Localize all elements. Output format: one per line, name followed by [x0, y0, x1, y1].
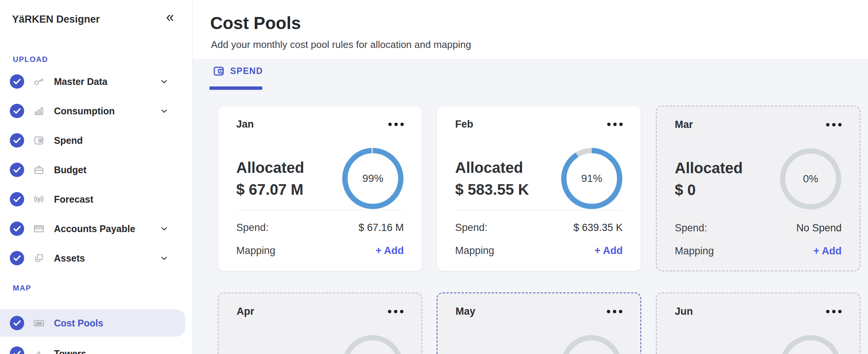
allocation-percent	[342, 335, 403, 354]
allocation-ring	[342, 335, 403, 354]
credit-card-icon	[33, 223, 45, 234]
spend-value: $ 639.35 K	[573, 222, 623, 234]
sidebar-item-assets[interactable]: Assets	[0, 243, 192, 273]
allocation-ring: 0%	[780, 148, 842, 210]
broadcast-icon	[33, 194, 45, 205]
sidebar-item-master-data[interactable]: Master Data	[0, 67, 192, 96]
spend-label: Spend:	[675, 222, 707, 234]
allocation-ring: 91%	[561, 148, 623, 209]
sidebar-item-spend[interactable]: Spend	[0, 126, 192, 155]
spend-label: Spend:	[236, 222, 269, 234]
app-title: YäRKEN Designer	[12, 14, 100, 25]
allocated-label: Allocated	[675, 160, 743, 176]
app-window: YäRKEN Designer « UPLOAD Master Data Con…	[0, 0, 868, 354]
page-title: Cost Pools	[210, 13, 301, 33]
allocation-percent	[560, 335, 622, 354]
cost-pool-card-jan: Jan Allocated $ 67.07 M 99% Spend:$ 67.1…	[218, 106, 422, 271]
allocated-amount: $ 583.55 K	[455, 181, 529, 198]
allocated-label: Allocated	[455, 159, 529, 176]
allocation-percent: 99%	[342, 148, 404, 209]
spend-value: No Spend	[796, 222, 842, 234]
card-month: Feb	[455, 119, 473, 130]
check-badge-icon	[10, 192, 24, 206]
tab-spend-label: SPEND	[230, 66, 263, 76]
chevron-down-icon[interactable]	[160, 254, 169, 263]
check-badge-icon	[10, 251, 24, 265]
bar-chart-icon	[33, 105, 45, 117]
cost-pool-card-may[interactable]: May Allocated	[437, 292, 641, 354]
card-menu-button[interactable]	[388, 123, 404, 126]
card-divider	[675, 210, 842, 211]
mapping-label: Mapping	[236, 245, 275, 257]
allocated-amount: $ 67.07 M	[236, 181, 304, 198]
towers-icon	[33, 348, 45, 354]
check-badge-icon	[10, 346, 24, 354]
sidebar-item-forecast[interactable]: Forecast	[0, 185, 192, 214]
spend-label: Spend:	[455, 222, 488, 234]
card-divider	[455, 210, 623, 210]
add-mapping-button[interactable]: + Add	[376, 245, 404, 257]
allocation-percent: 91%	[561, 148, 623, 209]
card-divider	[236, 210, 404, 210]
check-badge-icon	[10, 316, 24, 330]
chevron-down-icon[interactable]	[160, 77, 169, 86]
check-badge-icon	[10, 222, 24, 236]
sidebar-header: YäRKEN Designer «	[0, 0, 192, 42]
upload-items: Master Data Consumption Spend Budget	[0, 67, 192, 273]
check-badge-icon	[10, 133, 24, 148]
card-month: Apr	[237, 306, 254, 317]
section-label-upload: UPLOAD	[13, 55, 48, 64]
wallet-icon	[33, 135, 45, 146]
cost-pool-grid: Jan Allocated $ 67.07 M 99% Spend:$ 67.1…	[192, 91, 868, 354]
layers-icon	[33, 252, 45, 264]
key-icon	[33, 76, 45, 87]
card-menu-button[interactable]	[607, 310, 622, 313]
briefcase-icon	[33, 164, 45, 175]
cost-pool-card-mar[interactable]: Mar Allocated $ 0 0% Spend:No Spend Mapp…	[656, 106, 860, 271]
card-menu-button[interactable]	[826, 123, 842, 126]
tab-spend[interactable]: SPEND	[212, 65, 263, 77]
card-month: Jan	[236, 119, 254, 130]
check-badge-icon	[10, 163, 24, 177]
check-badge-icon	[10, 104, 24, 118]
sidebar: YäRKEN Designer « UPLOAD Master Data Con…	[0, 0, 192, 354]
card-month: May	[456, 306, 476, 317]
check-badge-icon	[10, 74, 24, 89]
tab-strip: SPEND	[192, 60, 868, 91]
sidebar-item-budget[interactable]: Budget	[0, 155, 192, 185]
cost-pool-card-apr[interactable]: Apr Allocated	[218, 292, 422, 354]
allocation-ring	[560, 335, 622, 354]
sidebar-item-consumption[interactable]: Consumption	[0, 96, 192, 126]
add-mapping-button[interactable]: + Add	[594, 245, 623, 257]
sidebar-item-cost-pools[interactable]: Cost Pools	[0, 309, 185, 337]
section-label-map: MAP	[13, 284, 31, 292]
allocation-percent	[780, 335, 842, 354]
add-mapping-button[interactable]: + Add	[813, 245, 842, 257]
sidebar-item-accounts-payable[interactable]: Accounts Payable	[0, 214, 192, 243]
map-items: Cost Pools Towers	[0, 309, 192, 354]
active-tab-indicator	[209, 86, 262, 90]
mapping-label: Mapping	[675, 245, 714, 257]
allocation-ring	[780, 335, 842, 354]
card-month: Jun	[675, 306, 693, 317]
banknote-icon	[33, 317, 45, 329]
card-menu-button[interactable]	[388, 310, 403, 313]
allocated-amount: $ 0	[675, 182, 743, 198]
cost-pool-card-jun[interactable]: Jun Allocated	[656, 292, 860, 354]
page-subtitle: Add your monthly cost pool rules for all…	[211, 39, 471, 51]
mapping-label: Mapping	[455, 245, 494, 257]
card-menu-button[interactable]	[607, 123, 623, 126]
cost-pool-card-feb: Feb Allocated $ 583.55 K 91% Spend:$ 639…	[437, 106, 641, 271]
sidebar-collapse-icon[interactable]: «	[166, 10, 174, 24]
sidebar-item-towers[interactable]: Towers	[0, 339, 192, 354]
allocated-label: Allocated	[236, 159, 304, 176]
card-menu-button[interactable]	[826, 310, 842, 313]
allocation-percent: 0%	[780, 148, 842, 210]
wallet-icon	[212, 65, 225, 77]
allocation-ring: 99%	[342, 148, 404, 209]
spend-value: $ 67.16 M	[359, 222, 404, 234]
card-month: Mar	[675, 119, 693, 131]
chevron-down-icon[interactable]	[160, 106, 169, 115]
chevron-down-icon[interactable]	[160, 224, 169, 233]
page-header: Cost Pools Add your monthly cost pool ru…	[192, 0, 868, 59]
